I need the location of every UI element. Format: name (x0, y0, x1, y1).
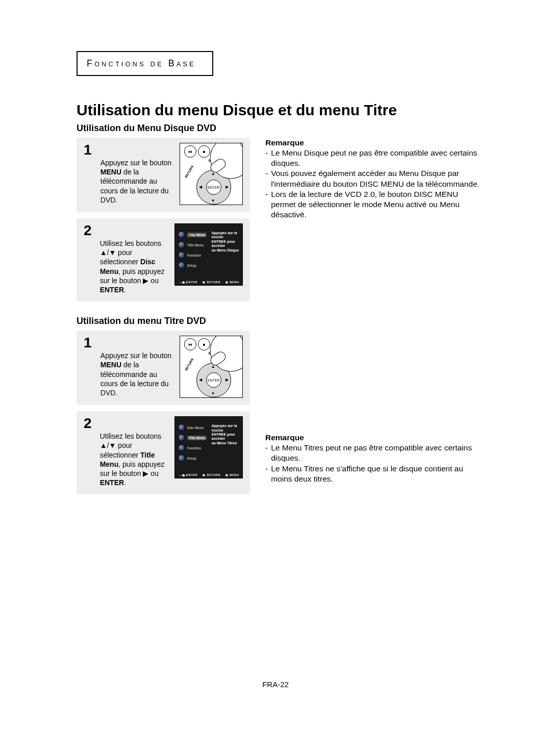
osd-bar-menu: ▣MENU (226, 473, 239, 476)
step-number: 1 (84, 143, 93, 157)
section-a-step1: 1 Appuyez sur le bouton MENU de la téléc… (77, 138, 250, 212)
right-icon (143, 469, 148, 477)
down-icon (109, 248, 116, 257)
osd-screenshot: Disc Menu Title Menu Function Setup Appu… (174, 223, 243, 286)
text: . (124, 286, 126, 294)
osd-bar-return: ▣RETURN (203, 281, 220, 284)
stop-icon: ■ (198, 338, 210, 350)
remark-title: Remarque (265, 138, 485, 148)
text: . (124, 478, 126, 487)
osd-item-disc-menu: Disc Menu (178, 424, 207, 431)
step-text: Utilisez les boutons / pour sélectionner… (100, 432, 167, 487)
prev-icon: ⏮ (184, 145, 196, 158)
section-b-body: 1 Appuyez sur le bouton MENU de la téléc… (77, 331, 485, 500)
section-a-left: 1 Appuyez sur le bouton MENU de la téléc… (77, 138, 250, 308)
section-a-remark: Remarque Le Menu Disque peut ne pas être… (265, 138, 485, 220)
remark-item: Lors de la lecture de VCD 2.0, le bouton… (265, 189, 485, 220)
step-text: Utilisez les boutons / pour sélectionner… (100, 239, 167, 294)
osd-item-setup: Setup (178, 455, 207, 462)
osd-item-title-menu: Title Menu (178, 241, 207, 248)
section-a-step2: 2 Utilisez les boutons / pour sélectionn… (77, 218, 250, 301)
remark-list: Le Menu Titres peut ne pas être compatib… (265, 443, 485, 484)
section-a-heading: Utilisation du Menu Disque DVD (77, 123, 485, 134)
osd-bottom-bar: ▣ENTER ▣RETURN ▣MENU (175, 279, 242, 285)
main-title: Utilisation du menu Disque et du menu Ti… (77, 102, 485, 119)
osd-item-function: Function (178, 444, 207, 451)
enter-button-icon: ENTER (206, 180, 221, 195)
step-text: Appuyez sur le bouton MENU de la télécom… (101, 351, 172, 397)
remote-illustration: ⏮ ■ ▶‖ ⏭ MENU RETURN INFO ▲ ▼ ◀ ▶ (180, 336, 243, 398)
remark-list: Le Menu Disque peut ne pas être compatib… (265, 148, 485, 220)
right-icon (143, 276, 148, 285)
section-a-body: 1 Appuyez sur le bouton MENU de la téléc… (77, 138, 485, 308)
osd-item-function: Function (178, 251, 207, 259)
remark-item: Vous pouvez également accéder au Menu Di… (265, 168, 485, 189)
step-number: 2 (84, 223, 93, 238)
remark-title: Remarque (265, 433, 485, 443)
osd-bar-enter: ▣ENTER (182, 281, 197, 284)
section-header: Fonctions de Base (77, 51, 213, 76)
osd-bar-menu: ▣MENU (226, 281, 239, 284)
osd-menu-list: Disc Menu Title Menu Function Setup (178, 424, 207, 462)
osd-bottom-bar: ▣ENTER ▣RETURN ▣MENU (175, 471, 242, 478)
osd-bar-enter: ▣ENTER (182, 473, 197, 476)
down-icon (109, 441, 116, 449)
text-bold: MENU (101, 361, 121, 369)
section-b-remark: Remarque Le Menu Titres peut ne pas être… (265, 433, 485, 484)
osd-item-setup: Setup (178, 262, 207, 269)
up-icon (100, 248, 107, 257)
step-number: 2 (84, 416, 93, 431)
osd-item-title-menu: Title Menu (178, 434, 207, 441)
text: Utilisez les boutons (100, 432, 162, 440)
text: Utilisez les boutons (100, 239, 162, 247)
text: Appuyez sur le bouton (101, 351, 171, 360)
section-b-step1: 1 Appuyez sur le bouton MENU de la téléc… (77, 331, 250, 405)
remark-item: Le Menu Titres ne s'affiche que si le di… (265, 464, 485, 484)
prev-icon: ⏮ (184, 338, 196, 350)
osd-menu-list: Disc Menu Title Menu Function Setup (178, 231, 207, 269)
text-bold: ENTER (100, 286, 124, 294)
remark-item: Le Menu Titres peut ne pas être compatib… (265, 443, 485, 463)
page-number: FRA-22 (0, 680, 551, 689)
osd-bar-return: ▣RETURN (203, 473, 220, 476)
return-label: RETURN (184, 358, 194, 371)
page: Fonctions de Base Utilisation du menu Di… (0, 0, 551, 756)
step-text: Appuyez sur le bouton MENU de la télécom… (101, 158, 172, 205)
remote-illustration: ⏮ ■ ▶‖ ⏭ MENU RETURN INFO ▲ ▼ ◀ ▶ (180, 143, 243, 205)
enter-button-icon: ENTER (206, 372, 221, 388)
text-bold: ENTER (100, 478, 124, 487)
osd-message: Appuyez sur la touche ENTREE pour accéde… (212, 231, 243, 253)
up-icon (100, 441, 107, 449)
section-b-left: 1 Appuyez sur le bouton MENU de la téléc… (77, 331, 250, 500)
content: Fonctions de Base Utilisation du menu Di… (77, 51, 485, 500)
text-bold: MENU (101, 168, 121, 176)
osd-message: Appuyez sur la touche ENTREE pour accéde… (212, 424, 243, 445)
section-b-step2: 2 Utilisez les boutons / pour sélectionn… (77, 411, 250, 494)
section-b-heading: Utilisation du menu Titre DVD (77, 316, 485, 326)
text: Appuyez sur le bouton (101, 159, 171, 167)
return-label: RETURN (184, 165, 194, 179)
step-number: 1 (84, 336, 93, 350)
osd-screenshot: Disc Menu Title Menu Function Setup Appu… (174, 416, 243, 478)
osd-item-disc-menu: Disc Menu (178, 231, 207, 238)
text: ou (148, 469, 158, 477)
text: ou (148, 276, 158, 285)
remark-item: Le Menu Disque peut ne pas être compatib… (265, 148, 485, 168)
stop-icon: ■ (198, 145, 210, 158)
